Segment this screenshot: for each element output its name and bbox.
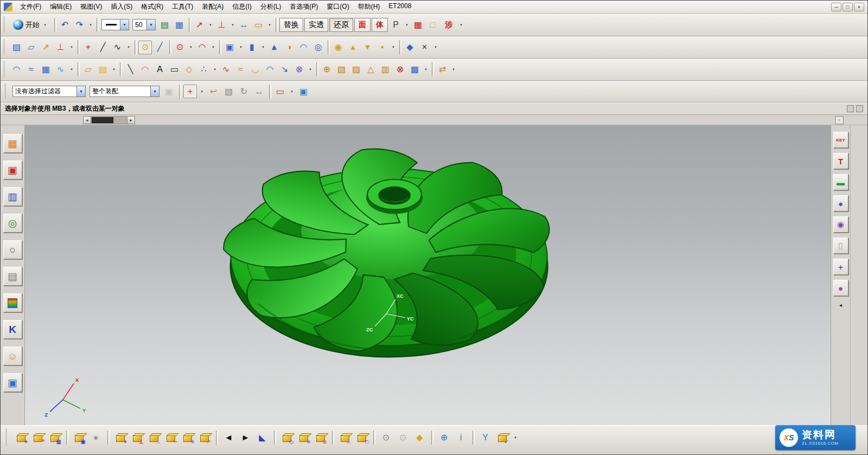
dropdown-arrow-icon[interactable]: ▾: [423, 63, 429, 76]
assembly-structure-icon[interactable]: Y: [478, 431, 492, 444]
toolbar-grip[interactable]: [3, 39, 7, 55]
scroll-right-arrow-icon[interactable]: ►: [127, 116, 135, 124]
text-icon[interactable]: A: [153, 63, 167, 76]
rectangle-icon[interactable]: ▭: [168, 63, 181, 76]
bounded-plane-icon[interactable]: ▱: [81, 63, 95, 76]
weight-management-icon[interactable]: ◆: [413, 431, 426, 444]
explode-assembly-icon[interactable]: ◣: [256, 431, 269, 444]
datum-axis-icon[interactable]: ↗: [39, 41, 53, 54]
prompt-mini-icon-1[interactable]: [847, 105, 854, 112]
zoom-select[interactable]: 50▼: [132, 19, 156, 30]
dropdown-arrow-icon[interactable]: ▾: [212, 63, 218, 76]
maximize-button[interactable]: □: [843, 3, 853, 11]
shaded-view-icon[interactable]: ▣: [297, 85, 310, 98]
template-clamp-icon[interactable]: T: [833, 153, 848, 169]
bridge-curve-icon[interactable]: ◡: [248, 63, 262, 76]
dropdown-arrow-icon[interactable]: ▾: [111, 63, 117, 76]
yellow-sheet-icon[interactable]: □: [426, 18, 439, 31]
transform-icon[interactable]: ⇄: [436, 63, 449, 76]
dropdown-arrow-icon[interactable]: ▾: [199, 85, 205, 98]
block-icon[interactable]: ▮: [245, 41, 259, 54]
rectangle-select-icon[interactable]: ▭: [273, 85, 287, 98]
template-clip-icon[interactable]: +: [833, 259, 848, 275]
polygon-icon[interactable]: ◇: [182, 63, 196, 76]
model-canvas[interactable]: XC YC ZC X Y Z: [25, 125, 831, 425]
app-icon[interactable]: [4, 3, 12, 11]
selection-filter-select[interactable]: 没有选择过滤器▼: [12, 86, 86, 97]
pattern-component-icon[interactable]: ▦: [48, 431, 61, 444]
dropdown-arrow-icon[interactable]: ▾: [207, 18, 214, 31]
menu-insert[interactable]: 插入(S): [106, 1, 137, 13]
deformable-part-icon[interactable]: ●: [89, 431, 103, 444]
scale-body-icon[interactable]: △: [364, 63, 378, 76]
dropdown-arrow-icon[interactable]: ▾: [432, 41, 439, 54]
dropdown-arrow-icon[interactable]: ▾: [512, 431, 519, 444]
menu-tools[interactable]: 工具(T): [168, 1, 197, 13]
translucent-button[interactable]: 实透: [304, 18, 328, 32]
patch-icon[interactable]: ▩: [408, 63, 422, 76]
intersect-curve-icon[interactable]: ⊗: [292, 63, 306, 76]
history-icon[interactable]: ○: [3, 240, 22, 259]
trim-body-icon[interactable]: ◆: [403, 41, 417, 54]
menu-view[interactable]: 视图(V): [76, 1, 106, 13]
menu-assemblies[interactable]: 装配(A): [197, 1, 228, 13]
roles-icon[interactable]: ☺: [3, 347, 22, 366]
redo-icon[interactable]: ↷: [73, 18, 86, 31]
layer-settings-icon[interactable]: ▤: [158, 18, 171, 31]
ruled-surface-icon[interactable]: ◠: [10, 63, 23, 76]
dropdown-arrow-icon[interactable]: ▾: [68, 63, 75, 76]
pan-view-icon[interactable]: ↔: [252, 85, 266, 98]
dropdown-arrow-icon[interactable]: ▾: [68, 41, 75, 54]
hole-icon[interactable]: ◉: [331, 41, 345, 54]
product-outline-icon[interactable]: □: [355, 431, 368, 444]
menu-file[interactable]: 文件(F): [16, 1, 46, 13]
visualization-palette-icon[interactable]: [3, 293, 22, 312]
template-ball2-icon[interactable]: ●: [833, 280, 848, 296]
add-component-icon[interactable]: +: [14, 431, 28, 444]
dropdown-arrow-icon[interactable]: ▾: [210, 41, 216, 54]
scroll-left-arrow-icon[interactable]: ◄: [83, 116, 91, 124]
unite-icon[interactable]: ▣: [223, 41, 237, 54]
toolbar-grip[interactable]: [3, 16, 7, 33]
template-block-icon[interactable]: ▬: [833, 174, 848, 190]
component-info-icon[interactable]: i: [454, 431, 468, 444]
impeller-model[interactable]: [219, 149, 556, 357]
assembly-navigator-icon[interactable]: ▦: [3, 134, 22, 153]
graphics-window[interactable]: XC YC ZC X Y Z: [25, 125, 831, 425]
clip-view-icon[interactable]: ▫: [835, 116, 844, 124]
menu-analysis[interactable]: 分析(L): [256, 1, 286, 13]
template-part-icon[interactable]: ●: [833, 195, 848, 212]
dropdown-arrow-icon[interactable]: ▾: [260, 41, 266, 54]
clearance-ring-icon[interactable]: ⊙: [379, 431, 393, 444]
she-button[interactable]: 涉: [441, 18, 457, 32]
sketch-task-icon[interactable]: ⊙: [138, 41, 152, 54]
dropdown-arrow-icon[interactable]: ▾: [188, 41, 194, 54]
template-balls-icon[interactable]: ◉: [833, 216, 848, 233]
dropdown-arrow-icon[interactable]: ▾: [307, 63, 314, 76]
scroll-track[interactable]: [91, 116, 127, 124]
part-navigator-icon[interactable]: ▥: [3, 187, 22, 206]
collapse-arrow-icon[interactable]: ◂: [835, 301, 846, 309]
through-mesh-icon[interactable]: ▦: [39, 63, 53, 76]
menu-help[interactable]: 帮助(H): [354, 1, 385, 13]
undo-icon[interactable]: ↶: [58, 18, 72, 31]
dropdown-arrow-icon[interactable]: ▾: [125, 41, 132, 54]
fit-spline-icon[interactable]: ≈: [234, 63, 247, 76]
interference-analysis-icon[interactable]: ⊕: [437, 431, 451, 444]
point-icon[interactable]: +: [81, 41, 95, 54]
menu-edit[interactable]: 编辑(E): [46, 1, 76, 13]
pocket-icon[interactable]: ▾: [361, 41, 374, 54]
boss-icon[interactable]: ▴: [346, 41, 360, 54]
csys-constructor-icon[interactable]: ⊥: [215, 18, 228, 31]
replace-component-icon[interactable]: →: [147, 431, 161, 444]
replace-button[interactable]: 替换: [279, 18, 303, 32]
offset-surface-icon[interactable]: ▤: [96, 63, 110, 76]
start-button[interactable]: 开始▾: [10, 17, 52, 33]
circle-icon[interactable]: ⊙: [173, 41, 187, 54]
menu-information[interactable]: 信息(I): [228, 1, 256, 13]
sweep-icon[interactable]: ◠: [297, 41, 310, 54]
dropdown-arrow-icon[interactable]: ▾: [229, 18, 236, 31]
interpart-link-icon[interactable]: ↔: [338, 431, 352, 444]
menu-et2008[interactable]: ET2008: [384, 1, 416, 13]
toolbar-grip[interactable]: [4, 84, 8, 99]
